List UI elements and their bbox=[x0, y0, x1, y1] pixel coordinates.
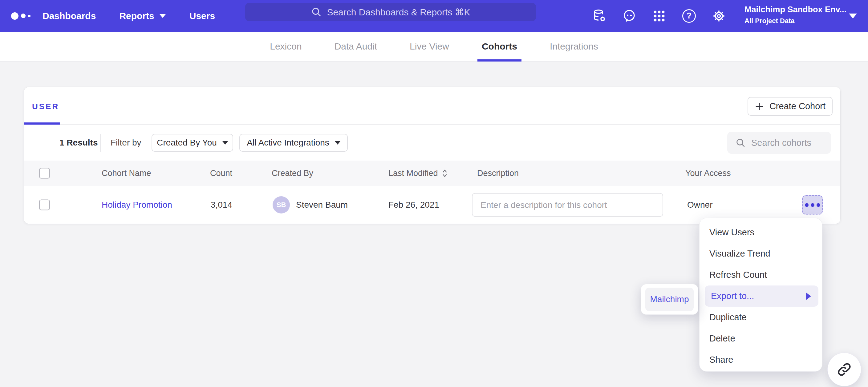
plus-icon bbox=[755, 102, 764, 111]
table-header: Cohort Name Count Created By Last Modifi… bbox=[24, 161, 840, 186]
search-cohorts-input[interactable]: Search cohorts bbox=[727, 132, 831, 154]
ellipsis-dot bbox=[811, 203, 814, 207]
submenu-arrow-icon bbox=[806, 292, 811, 300]
menu-item-refresh-count[interactable]: Refresh Count bbox=[700, 264, 822, 285]
chevron-down-icon bbox=[159, 14, 166, 18]
chevron-down-icon bbox=[335, 141, 340, 145]
panel-tabs-row: USER Create Cohort bbox=[24, 87, 840, 125]
tab-data-audit[interactable]: Data Audit bbox=[330, 32, 381, 62]
tab-lexicon[interactable]: Lexicon bbox=[266, 32, 306, 62]
integrations-filter-value: All Active Integrations bbox=[247, 138, 329, 148]
settings-gear-icon[interactable] bbox=[712, 9, 726, 23]
menu-item-duplicate[interactable]: Duplicate bbox=[700, 307, 822, 328]
project-name: Mailchimp Sandbox Env... bbox=[744, 5, 844, 14]
section-tabs: Lexicon Data Audit Live View Cohorts Int… bbox=[0, 32, 868, 62]
search-cohorts-placeholder: Search cohorts bbox=[751, 138, 811, 148]
avatar: SB bbox=[273, 196, 290, 213]
sort-icon bbox=[442, 169, 448, 178]
integrations-filter-dropdown[interactable]: All Active Integrations bbox=[239, 134, 348, 152]
search-icon bbox=[311, 6, 322, 17]
link-icon bbox=[836, 361, 852, 378]
created-by-cell: SB Steven Baum bbox=[273, 196, 348, 213]
filter-row: 1 Results Filter by Created By You All A… bbox=[24, 125, 840, 161]
select-all-checkbox[interactable] bbox=[39, 168, 50, 179]
column-header-your-access[interactable]: Your Access bbox=[685, 169, 731, 178]
menu-item-delete[interactable]: Delete bbox=[700, 328, 822, 349]
description-input[interactable] bbox=[472, 193, 663, 217]
access-value: Owner bbox=[687, 200, 712, 210]
primary-nav: Dashboards Reports Users bbox=[42, 0, 215, 32]
menu-item-share[interactable]: Share bbox=[700, 349, 822, 371]
tab-integrations[interactable]: Integrations bbox=[546, 32, 602, 62]
nav-icon-group: ? bbox=[592, 0, 726, 32]
nav-reports[interactable]: Reports bbox=[119, 11, 166, 21]
logo-dot-large bbox=[11, 12, 19, 20]
top-nav: Dashboards Reports Users Search Dashboar… bbox=[0, 0, 868, 32]
project-selector[interactable]: Mailchimp Sandbox Env... All Project Dat… bbox=[744, 5, 844, 25]
column-header-description[interactable]: Description bbox=[477, 169, 519, 178]
column-header-created-by[interactable]: Created By bbox=[272, 169, 313, 178]
last-modified-value: Feb 26, 2021 bbox=[389, 200, 439, 210]
created-by-name: Steven Baum bbox=[296, 200, 348, 210]
global-search-input[interactable]: Search Dashboards & Reports ⌘K bbox=[245, 3, 536, 21]
filter-by-label: Filter by bbox=[111, 138, 142, 148]
row-checkbox[interactable] bbox=[39, 200, 50, 210]
menu-item-export-to[interactable]: Export to... bbox=[705, 285, 818, 307]
divider bbox=[100, 134, 101, 152]
menu-item-visualize-trend[interactable]: Visualize Trend bbox=[700, 243, 822, 264]
tab-user-cohorts[interactable]: USER bbox=[32, 102, 59, 111]
mixpanel-logo[interactable] bbox=[11, 0, 30, 32]
created-by-filter-value: Created By You bbox=[157, 138, 217, 148]
chevron-down-icon bbox=[222, 141, 228, 145]
created-by-filter-dropdown[interactable]: Created By You bbox=[152, 134, 233, 152]
ellipsis-dot bbox=[805, 203, 809, 207]
copy-link-fab[interactable] bbox=[827, 353, 861, 386]
tab-live-view[interactable]: Live View bbox=[405, 32, 454, 62]
ellipsis-dot bbox=[816, 203, 820, 207]
column-header-last-modified[interactable]: Last Modified bbox=[389, 169, 448, 178]
active-tab-underline bbox=[24, 122, 60, 125]
row-actions-button[interactable] bbox=[802, 195, 823, 215]
column-header-count[interactable]: Count bbox=[172, 169, 232, 178]
create-cohort-button[interactable]: Create Cohort bbox=[748, 97, 833, 116]
cohort-count: 3,014 bbox=[172, 200, 232, 210]
nav-reports-label: Reports bbox=[119, 11, 154, 21]
feedback-bubble-icon[interactable] bbox=[622, 9, 637, 23]
menu-item-view-users[interactable]: View Users bbox=[700, 222, 822, 243]
global-search-placeholder: Search Dashboards & Reports ⌘K bbox=[327, 7, 470, 17]
export-to-label: Export to... bbox=[711, 291, 754, 301]
question-mark-glyph: ? bbox=[682, 9, 696, 23]
cohort-name-link[interactable]: Holiday Promotion bbox=[102, 200, 172, 210]
export-submenu: Mailchimp bbox=[641, 284, 698, 315]
submenu-item-mailchimp[interactable]: Mailchimp bbox=[645, 288, 694, 311]
search-icon bbox=[735, 138, 746, 148]
help-icon[interactable]: ? bbox=[682, 9, 696, 23]
tab-cohorts[interactable]: Cohorts bbox=[477, 32, 522, 62]
logo-dot-small bbox=[28, 15, 30, 17]
row-actions-menu: View Users Visualize Trend Refresh Count… bbox=[699, 218, 823, 372]
apps-grid-icon[interactable] bbox=[652, 9, 666, 23]
column-header-cohort-name[interactable]: Cohort Name bbox=[102, 169, 151, 178]
create-cohort-label: Create Cohort bbox=[769, 101, 826, 111]
project-chevron-down-icon[interactable] bbox=[849, 13, 857, 19]
database-gear-icon[interactable] bbox=[592, 9, 607, 23]
project-scope: All Project Data bbox=[744, 17, 844, 25]
nav-dashboards[interactable]: Dashboards bbox=[42, 11, 96, 21]
logo-dot-medium bbox=[21, 13, 26, 18]
cohorts-panel: USER Create Cohort 1 Results Filter by C… bbox=[24, 87, 841, 224]
results-count: 1 Results bbox=[59, 138, 98, 148]
nav-users[interactable]: Users bbox=[189, 11, 215, 21]
